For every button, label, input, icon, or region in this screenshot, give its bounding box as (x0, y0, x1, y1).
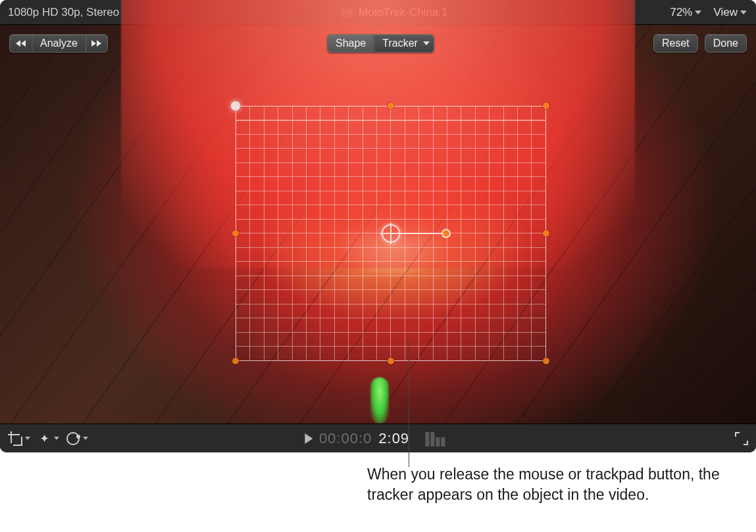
retime-tool[interactable] (66, 431, 88, 446)
analyze-label: Analyze (40, 37, 78, 49)
enhance-tool[interactable]: ✦ (37, 431, 59, 446)
viewer-bottom-bar: ✦ 00:00:02:09 (0, 423, 756, 452)
playhead-area: 00:00:02:09 (305, 430, 451, 447)
play-button[interactable] (305, 433, 313, 444)
mode-shape-button[interactable]: Shape (327, 34, 374, 53)
fastforward-icon (97, 40, 101, 47)
analyze-segment: Analyze (9, 34, 108, 53)
tracker-handle-bottom-left[interactable] (232, 358, 239, 364)
tracker-handle-bottom[interactable] (388, 358, 394, 364)
retime-icon (66, 432, 80, 445)
analyze-forward-button[interactable] (86, 34, 108, 53)
done-label: Done (713, 37, 738, 49)
view-menu-label: View (713, 6, 738, 19)
crop-icon (9, 433, 21, 445)
tracker-handle-right[interactable] (543, 230, 549, 237)
timecode-dim: 00:00:0 (319, 430, 372, 447)
fastforward-icon (91, 40, 96, 47)
chevron-down-icon (83, 437, 88, 440)
mode-segment: Shape Tracker (327, 34, 434, 53)
analyze-button[interactable]: Analyze (32, 34, 86, 53)
reset-label: Reset (662, 37, 690, 49)
mode-shape-label: Shape (336, 37, 366, 49)
video-frame-stem (370, 377, 389, 423)
rewind-icon (21, 40, 26, 47)
tracker-handle-bottom-right[interactable] (543, 358, 549, 364)
timecode-bright: 2:09 (378, 430, 409, 447)
clip-format-label: 1080p HD 30p, Stereo (0, 6, 119, 19)
zoom-value: 72% (670, 6, 692, 19)
callout-line (409, 339, 409, 467)
viewer-overlay-controls: Analyze Shape Tracker Reset (0, 34, 756, 53)
chevron-down-icon (695, 11, 701, 14)
audio-skimming-icon[interactable] (425, 431, 451, 447)
tracker-center-target[interactable] (382, 224, 400, 243)
tracker-handle-top-right[interactable] (543, 103, 549, 109)
chevron-down-icon (25, 437, 30, 440)
callout-caption: When you release the mouse or trackpad b… (367, 464, 736, 505)
chevron-down-icon (740, 11, 747, 14)
chevron-down-icon (54, 437, 59, 440)
viewer-window: 1080p HD 30p, Stereo MotoTrek-China 1 72… (0, 0, 756, 452)
mode-tracker-label: Tracker (382, 37, 418, 49)
chevron-down-icon (423, 41, 430, 45)
tracker-handle-left[interactable] (232, 230, 239, 237)
analyze-back-button[interactable] (9, 34, 32, 53)
tracker-region[interactable] (236, 106, 546, 361)
tracker-offset-line (400, 233, 446, 234)
mode-tracker-select[interactable]: Tracker (374, 34, 434, 53)
magic-wand-icon: ✦ (37, 431, 51, 446)
zoom-menu[interactable]: 72% (670, 6, 701, 19)
reset-button[interactable]: Reset (653, 34, 698, 53)
fullscreen-button[interactable] (735, 432, 748, 445)
crop-tool[interactable] (8, 431, 30, 446)
rewind-icon (16, 40, 20, 47)
done-button[interactable]: Done (705, 34, 747, 53)
tracker-offset-handle[interactable] (441, 229, 451, 238)
tracker-handle-top[interactable] (388, 103, 394, 109)
viewer-canvas[interactable]: Analyze Shape Tracker Reset (0, 25, 756, 423)
tracker-handle-top-left[interactable] (231, 101, 240, 110)
transform-tools: ✦ (8, 431, 88, 446)
view-menu[interactable]: View (713, 6, 747, 19)
